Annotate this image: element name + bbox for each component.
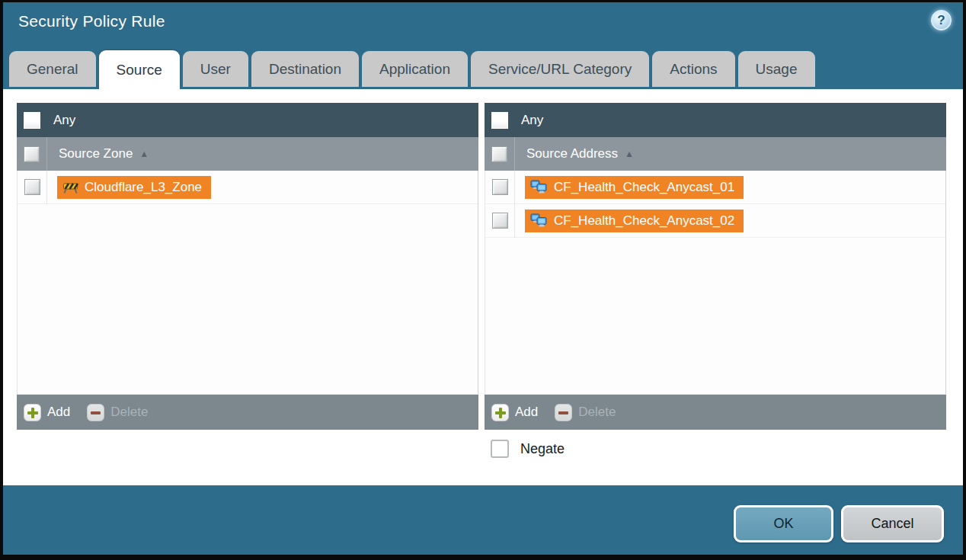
header-divider xyxy=(46,137,47,171)
delete-label: Delete xyxy=(578,405,616,420)
tab-usage[interactable]: Usage xyxy=(738,51,815,87)
source-zone-select-all-checkbox[interactable] xyxy=(24,146,40,162)
source-zone-column-label: Source Zone xyxy=(59,146,133,162)
panels-container: Any Source Zone ▲ xyxy=(17,103,946,430)
tab-application[interactable]: Application xyxy=(362,51,468,87)
sort-ascending-icon: ▲ xyxy=(139,149,149,159)
address-name: CF_Health_Check_Anycast_02 xyxy=(554,213,734,229)
negate-label: Negate xyxy=(520,441,565,457)
table-row: CF_Health_Check_Anycast_02 xyxy=(485,204,945,238)
ok-button[interactable]: OK xyxy=(734,505,833,542)
delete-minus-icon xyxy=(87,404,104,421)
row-checkbox[interactable] xyxy=(492,179,508,195)
delete-button[interactable]: Delete xyxy=(555,404,616,421)
question-mark-glyph: ? xyxy=(937,13,945,28)
tab-destination[interactable]: Destination xyxy=(251,51,359,87)
add-plus-icon xyxy=(24,404,41,421)
tab-service-url-category[interactable]: Service/URL Category xyxy=(471,51,649,87)
table-row: CF_Health_Check_Anycast_01 xyxy=(485,171,945,204)
address-chip[interactable]: CF_Health_Check_Anycast_01 xyxy=(525,176,744,199)
zone-chip[interactable]: Cloudflare_L3_Zone xyxy=(57,176,211,199)
source-address-list: CF_Health_Check_Anycast_01 xyxy=(485,171,946,395)
row-checkbox[interactable] xyxy=(24,179,40,195)
source-zone-column-header[interactable]: Source Zone ▲ xyxy=(17,137,478,171)
source-address-panel: Any Source Address ▲ xyxy=(485,103,946,430)
sort-ascending-icon: ▲ xyxy=(625,149,634,159)
dialog-title: Security Policy Rule xyxy=(18,12,165,30)
address-chip[interactable]: CF_Health_Check_Anycast_02 xyxy=(525,210,744,232)
add-button[interactable]: Add xyxy=(24,404,70,421)
add-label: Add xyxy=(47,405,70,420)
zone-icon xyxy=(62,181,78,194)
source-address-column-label: Source Address xyxy=(526,146,618,162)
source-zone-list: Cloudflare_L3_Zone xyxy=(17,171,478,395)
source-zone-any-row: Any xyxy=(17,103,478,137)
table-row: Cloudflare_L3_Zone xyxy=(18,171,478,204)
source-address-any-row: Any xyxy=(485,103,946,137)
row-checkbox[interactable] xyxy=(492,213,508,229)
source-address-select-all-checkbox[interactable] xyxy=(491,146,507,162)
tab-bar: General Source User Destination Applicat… xyxy=(6,50,960,89)
source-address-footer: Add Delete xyxy=(485,395,946,430)
source-address-column-header[interactable]: Source Address ▲ xyxy=(485,137,946,171)
zone-name: Cloudflare_L3_Zone xyxy=(85,180,202,195)
row-checkbox-cell xyxy=(485,204,515,238)
security-policy-rule-dialog: Security Policy Rule ? General Source Us… xyxy=(0,0,966,560)
source-address-any-checkbox[interactable] xyxy=(491,112,508,129)
delete-minus-icon xyxy=(555,404,572,421)
address-icon xyxy=(530,213,548,228)
header-divider xyxy=(514,137,515,171)
delete-label: Delete xyxy=(110,405,148,420)
delete-button[interactable]: Delete xyxy=(87,404,148,421)
tab-source[interactable]: Source xyxy=(99,50,180,89)
address-name: CF_Health_Check_Anycast_01 xyxy=(554,180,734,195)
source-zone-footer: Add Delete xyxy=(17,395,478,430)
source-tab-content: Any Source Zone ▲ xyxy=(3,89,963,485)
tab-actions[interactable]: Actions xyxy=(652,51,734,87)
address-icon xyxy=(530,180,548,194)
source-address-any-label: Any xyxy=(521,113,543,128)
add-label: Add xyxy=(515,405,538,420)
add-button[interactable]: Add xyxy=(491,404,538,421)
row-checkbox-cell xyxy=(18,171,47,204)
source-zone-any-label: Any xyxy=(53,113,75,128)
add-plus-icon xyxy=(491,404,509,421)
tab-user[interactable]: User xyxy=(183,51,248,87)
cancel-button[interactable]: Cancel xyxy=(841,505,944,542)
negate-row: Negate xyxy=(491,440,565,458)
tab-general[interactable]: General xyxy=(9,51,96,87)
source-zone-panel: Any Source Zone ▲ xyxy=(17,103,478,430)
help-icon[interactable]: ? xyxy=(931,10,952,30)
source-zone-any-checkbox[interactable] xyxy=(24,112,40,129)
negate-checkbox[interactable] xyxy=(491,440,509,458)
row-checkbox-cell xyxy=(485,171,515,204)
